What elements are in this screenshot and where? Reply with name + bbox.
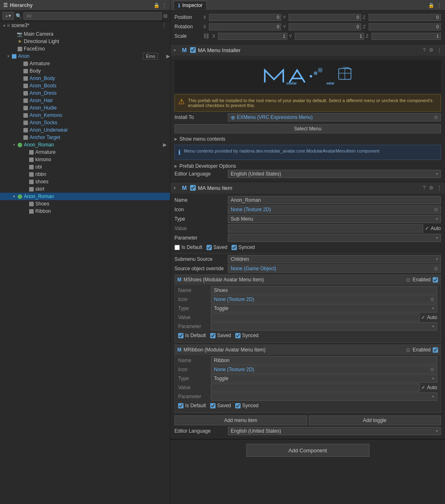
shoes-is-default-checkbox[interactable] <box>178 333 184 338</box>
tree-item-skirt[interactable]: skirt <box>0 185 170 193</box>
tree-item-kimono[interactable]: kimono <box>0 156 170 163</box>
shoes-enabled-checkbox[interactable] <box>433 277 438 283</box>
position-y-input[interactable] <box>289 14 361 21</box>
shoes-saved-checkbox[interactable] <box>210 333 216 338</box>
tree-item-anchor-target[interactable]: Anchor Target <box>0 134 170 141</box>
tree-item-anon[interactable]: ▾ Anon Emo ▶ <box>0 52 170 60</box>
tree-item-main-camera[interactable]: 📷 Main Camera <box>0 30 170 38</box>
installer-help-icon[interactable]: ? <box>423 47 426 53</box>
item-name-input[interactable] <box>228 196 441 204</box>
item-enabled-checkbox[interactable] <box>190 185 196 191</box>
shoes-name-input[interactable] <box>211 286 437 294</box>
tree-item-anon-underwear[interactable]: Anon_Underwear <box>0 126 170 134</box>
installer-lang-dropdown[interactable]: English (United States) ▾ <box>228 170 441 178</box>
tree-item-anon-hair[interactable]: Anon_Hair <box>0 97 170 104</box>
position-z-input[interactable] <box>369 14 441 21</box>
scene-list-icon[interactable]: ⊞ <box>163 13 167 19</box>
ribbon-name-input[interactable] <box>211 356 437 365</box>
lock-icon[interactable]: 🔒 <box>154 2 160 8</box>
shoes-type-dropdown[interactable]: Toggle ▾ <box>211 304 437 312</box>
item-arrow[interactable]: ▾ <box>11 194 16 198</box>
synced-checkbox[interactable] <box>232 245 237 250</box>
saved-checkbox[interactable] <box>206 245 212 250</box>
tree-item-obi[interactable]: obi <box>0 163 170 171</box>
add-component-button[interactable]: Add Component <box>246 444 369 457</box>
tree-item-armature1[interactable]: Armature <box>0 60 170 67</box>
lock-icon2[interactable]: 🔒 <box>428 2 434 8</box>
item-settings-icon[interactable]: ⚙ <box>429 185 434 191</box>
scale-y-input[interactable] <box>295 33 364 40</box>
ma-item-header[interactable]: ▾ M MA Menu Item ? ⚙ ⋮ <box>170 182 445 194</box>
divider1 <box>174 253 441 253</box>
ribbon-synced-checkbox[interactable] <box>235 403 241 408</box>
inspector-tab[interactable]: ℹ Inspector <box>174 1 207 10</box>
tree-item-directional-light[interactable]: ☀ Directional Light <box>0 38 170 45</box>
anon-roman1-arrow[interactable]: ▶ <box>163 142 167 148</box>
tree-item-ribbon[interactable]: Ribbon <box>0 208 170 215</box>
tree-item-anon-roman1[interactable]: ▾ Anon_Roman ▶ <box>0 141 170 148</box>
item-arrow[interactable]: ▾ <box>6 54 11 58</box>
scene-expand-arrow[interactable]: ▾ <box>3 23 5 28</box>
item-icon-ref[interactable]: None (Texture 2D) ⊙ <box>228 205 441 214</box>
tree-item-anon-dress[interactable]: Anon_Dress <box>0 89 170 97</box>
tree-item-anon-hudie[interactable]: Anon_Hudie <box>0 104 170 112</box>
more-icon2[interactable]: ⋮ <box>437 2 442 8</box>
scene-more-icon[interactable]: ⋮ <box>162 23 167 28</box>
more-icon[interactable]: ⋮ <box>162 2 167 8</box>
add-item-button[interactable]: + ▾ <box>2 12 14 20</box>
tree-item-faceemo[interactable]: FaceEmo <box>0 45 170 52</box>
tree-item-shoes2[interactable]: Shoes <box>0 200 170 208</box>
scale-x-input[interactable] <box>218 33 287 40</box>
tree-item-shoes1[interactable]: shoes <box>0 178 170 185</box>
ma-installer-header[interactable]: ▾ M MA Menu Installer ? ⚙ ⋮ <box>170 44 445 56</box>
tree-item-anon-boots[interactable]: Anon_Boots <box>0 82 170 89</box>
install-to-ref[interactable]: ⊕ EXMenu (VRC Expressions Menu) ⊙ <box>228 113 441 121</box>
rotation-y-input[interactable] <box>289 23 361 30</box>
item-type-dropdown[interactable]: Sub Menu ▾ <box>228 215 441 223</box>
link-icon[interactable]: ⛓ <box>203 33 209 40</box>
item-help-icon[interactable]: ? <box>423 185 426 191</box>
add-menu-item-button[interactable]: Add menu item <box>174 415 307 425</box>
ribbon-type-dropdown[interactable]: Toggle ▾ <box>211 374 437 383</box>
item-lang-dropdown[interactable]: English (United States) ▾ <box>228 427 441 435</box>
ribbon-param-dropdown[interactable]: ▾ <box>211 392 437 401</box>
submenu-source-dropdown[interactable]: Children ▾ <box>228 255 441 263</box>
ribbon-enabled-checkbox[interactable] <box>433 347 438 353</box>
tree-item-anon-roman2[interactable]: ▾ Anon_Roman <box>0 193 170 200</box>
tree-item-body[interactable]: Body <box>0 67 170 75</box>
tree-item-anon-socks[interactable]: Anon_Socks <box>0 119 170 126</box>
shoes-param-dropdown[interactable]: ▾ <box>211 322 437 331</box>
ribbon-saved-checkbox[interactable] <box>210 403 216 408</box>
item-arrow[interactable]: ▾ <box>11 143 16 147</box>
ribbon-icon-ref[interactable]: None (Texture 2D) ⊙ <box>211 365 437 374</box>
tree-item-armature2[interactable]: Armature <box>0 148 170 156</box>
ribbon-subitem-header[interactable]: M MRibbon (Modular Avatar Menu Item) ⊙ E… <box>175 345 440 355</box>
position-x-input[interactable] <box>209 14 281 21</box>
tree-item-ribbn[interactable]: ribbn <box>0 171 170 178</box>
ribbon-value-input[interactable] <box>211 383 420 392</box>
item-more-icon[interactable]: ⋮ <box>437 185 442 191</box>
anon-more-icon[interactable]: ▶ <box>166 53 170 59</box>
search-input[interactable] <box>23 12 162 20</box>
source-override-ref[interactable]: None (Game Object) ⊙ <box>228 265 441 273</box>
shoes-synced-checkbox[interactable] <box>235 333 241 338</box>
rotation-x-input[interactable] <box>209 23 281 30</box>
prefab-dev-options-toggle[interactable]: ▶ Prefab Developer Options <box>174 162 441 170</box>
is-default-checkbox[interactable] <box>174 245 180 250</box>
installer-more-icon[interactable]: ⋮ <box>437 47 442 53</box>
ribbon-is-default-checkbox[interactable] <box>178 403 184 408</box>
item-parameter-dropdown[interactable]: ▾ <box>228 234 441 242</box>
shoes-icon-ref[interactable]: None (Texture 2D) ⊙ <box>211 295 437 303</box>
select-menu-button[interactable]: Select Menu <box>174 124 441 133</box>
rotation-z-input[interactable] <box>369 23 441 30</box>
shoes-value-input[interactable] <box>211 313 420 322</box>
shoes-subitem-header[interactable]: M MShoes (Modular Avatar Menu Item) ⊙ En… <box>175 275 440 285</box>
tree-item-anon-kemono[interactable]: Anon_Kemono <box>0 112 170 119</box>
scale-z-input[interactable] <box>372 33 441 40</box>
installer-settings-icon[interactable]: ⚙ <box>429 47 434 53</box>
add-toggle-button[interactable]: Add toggle <box>309 415 441 425</box>
item-value-input[interactable] <box>228 224 423 233</box>
tree-item-anon-body[interactable]: Anon_Body <box>0 75 170 82</box>
show-menu-contents-toggle[interactable]: ▶ Show menu contents <box>174 135 441 143</box>
installer-enabled-checkbox[interactable] <box>190 47 196 53</box>
